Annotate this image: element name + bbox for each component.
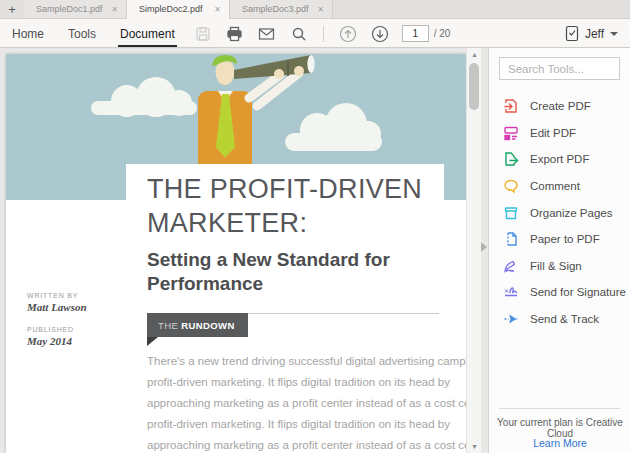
tool-label: Edit PDF xyxy=(530,127,576,139)
paper-to-pdf-icon xyxy=(503,231,519,247)
menu-tools[interactable]: Tools xyxy=(56,20,108,47)
device-check-icon[interactable] xyxy=(565,25,579,42)
save-button[interactable] xyxy=(188,22,218,46)
article-body: There's a new trend driving successful d… xyxy=(147,351,452,453)
tool-label: Export PDF xyxy=(530,153,589,165)
body-line: approaching marketing as a profit center… xyxy=(147,435,452,453)
body-line: approaching marketing as a profit center… xyxy=(147,393,452,414)
tab-sampledoc1[interactable]: SampleDoc1.pdf ✕ xyxy=(24,0,127,18)
menu-document[interactable]: Document xyxy=(108,20,187,47)
body-line: profit-driven marketing. It flips digita… xyxy=(147,372,452,393)
tool-edit-pdf[interactable]: Edit PDF xyxy=(489,120,630,147)
published-block: PUBLISHED May 2014 xyxy=(27,326,74,347)
menu-home[interactable]: Home xyxy=(0,20,56,47)
plus-icon: + xyxy=(8,2,16,17)
tab-label: SampleDoc1.pdf xyxy=(36,4,109,14)
tool-comment[interactable]: Comment xyxy=(489,173,630,200)
tool-label: Create PDF xyxy=(530,100,591,112)
close-icon[interactable]: ✕ xyxy=(109,3,120,16)
close-icon[interactable]: ✕ xyxy=(212,3,223,16)
caret-down-icon[interactable] xyxy=(610,32,618,36)
search-tools-input[interactable] xyxy=(499,57,620,80)
content-area: THE PROFIT-DRIVEN MARKETER: Setting a Ne… xyxy=(0,48,630,453)
tab-sampledoc3[interactable]: SampleDoc3.pdf ✕ xyxy=(230,0,333,18)
sidebar-divider xyxy=(499,408,620,409)
plan-text: Your current plan is Creative Cloud xyxy=(489,417,630,439)
tool-paper-to-pdf[interactable]: Paper to PDF xyxy=(489,226,630,253)
main-toolbar: Home Tools Document xyxy=(0,20,630,48)
send-and-track-icon xyxy=(503,311,519,327)
article-subtitle: Setting a New Standard for Performance xyxy=(147,248,407,296)
search-icon xyxy=(291,26,307,42)
published-date: May 2014 xyxy=(27,335,74,347)
rundown-the: THE xyxy=(158,320,178,331)
tools-list: Create PDF Edit PDF Export PDF xyxy=(489,84,630,332)
user-menu[interactable]: Jeff xyxy=(585,27,604,41)
tab-simpledoc2-active[interactable]: SimpleDoc2.pdf ✕ xyxy=(127,0,230,19)
learn-more-link[interactable]: Learn More xyxy=(489,437,630,449)
pdf-page[interactable]: THE PROFIT-DRIVEN MARKETER: Setting a Ne… xyxy=(6,54,466,453)
tool-send-and-track[interactable]: Send & Track xyxy=(489,306,630,333)
fill-and-sign-icon xyxy=(503,258,519,274)
published-label: PUBLISHED xyxy=(27,326,74,333)
acrobat-reader-window: + SampleDoc1.pdf ✕ SimpleDoc2.pdf ✕ Samp… xyxy=(0,0,630,453)
next-page-button[interactable] xyxy=(365,22,395,46)
vertical-scrollbar[interactable]: ▲ ▼ xyxy=(466,48,481,453)
tab-label: SimpleDoc2.pdf xyxy=(139,4,212,14)
tool-create-pdf[interactable]: Create PDF xyxy=(489,93,630,120)
scroll-down-icon[interactable]: ▼ xyxy=(467,440,482,453)
rundown-banner-tail xyxy=(147,337,158,346)
rundown-word: RUNDOWN xyxy=(181,320,234,331)
nav-down-icon xyxy=(371,25,389,43)
page-number-input[interactable] xyxy=(402,25,429,42)
nav-up-icon xyxy=(339,25,357,43)
document-tab-bar: + SampleDoc1.pdf ✕ SimpleDoc2.pdf ✕ Samp… xyxy=(0,0,630,19)
body-line: profit-driven marketing. It flips digita… xyxy=(147,414,452,435)
export-pdf-icon xyxy=(503,151,519,167)
body-line: There's a new trend driving successful d… xyxy=(147,351,452,372)
create-pdf-icon xyxy=(503,98,519,114)
tool-label: Send & Track xyxy=(530,313,599,325)
article-title: THE PROFIT-DRIVEN MARKETER: xyxy=(147,172,422,240)
scrollbar-thumb[interactable] xyxy=(469,63,479,110)
tool-label: Comment xyxy=(530,180,580,192)
tool-send-for-signature[interactable]: Send for Signature xyxy=(489,279,630,306)
edit-pdf-icon xyxy=(503,125,519,141)
find-button[interactable] xyxy=(284,22,314,46)
print-icon xyxy=(226,26,243,42)
written-by-block: WRITTEN BY Matt Lawson xyxy=(27,292,87,313)
tool-label: Send for Signature xyxy=(530,286,626,298)
toolbar-divider xyxy=(323,26,324,42)
tool-label: Fill & Sign xyxy=(530,260,582,272)
tool-label: Paper to PDF xyxy=(530,233,600,245)
tool-export-pdf[interactable]: Export PDF xyxy=(489,146,630,173)
tool-organize-pages[interactable]: Organize Pages xyxy=(489,199,630,226)
new-tab-button[interactable]: + xyxy=(0,0,24,18)
tab-label: SampleDoc3.pdf xyxy=(242,4,315,14)
tool-label: Organize Pages xyxy=(530,207,612,219)
author-name: Matt Lawson xyxy=(27,301,87,313)
email-button[interactable] xyxy=(252,22,282,46)
page-total-label: / 20 xyxy=(434,28,451,39)
document-viewer: THE PROFIT-DRIVEN MARKETER: Setting a Ne… xyxy=(0,48,488,453)
tools-sidebar: Create PDF Edit PDF Export PDF xyxy=(488,48,630,453)
print-button[interactable] xyxy=(220,22,250,46)
panel-collapse-handle-icon[interactable] xyxy=(481,242,487,252)
organize-pages-icon xyxy=(503,205,519,221)
tool-fill-and-sign[interactable]: Fill & Sign xyxy=(489,253,630,280)
written-by-label: WRITTEN BY xyxy=(27,292,87,299)
scroll-up-icon[interactable]: ▲ xyxy=(467,48,482,61)
previous-page-button[interactable] xyxy=(333,22,363,46)
rundown-banner: THE RUNDOWN xyxy=(147,313,248,337)
email-icon xyxy=(258,27,275,41)
send-for-signature-icon xyxy=(503,284,519,300)
close-icon[interactable]: ✕ xyxy=(315,3,326,16)
comment-icon xyxy=(503,178,519,194)
save-icon xyxy=(195,26,211,42)
